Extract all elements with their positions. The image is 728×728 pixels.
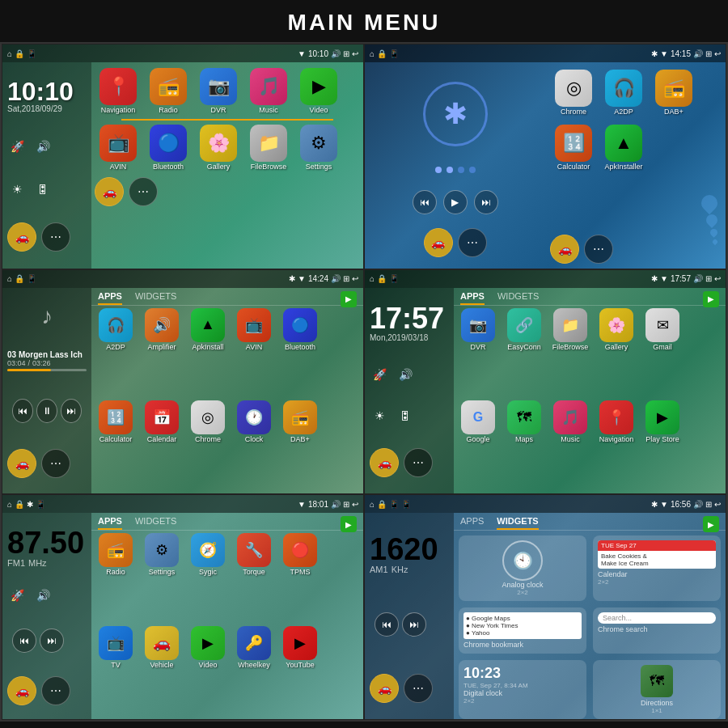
app-video[interactable]: ▶ Video	[295, 68, 342, 115]
speaker-icon-5[interactable]: 🔊	[33, 586, 53, 605]
prev-btn-5[interactable]: ⏮	[12, 629, 36, 653]
equalizer-icon[interactable]: 🎛	[33, 180, 53, 199]
app-gallery-4[interactable]: 🌸 Gallery	[595, 308, 638, 399]
tab-apps-5[interactable]: APPS	[98, 516, 122, 530]
widget-analog-clock[interactable]: 🕙 Analog clock 2×2	[459, 535, 586, 601]
tab-apps-3[interactable]: APPS	[98, 291, 122, 305]
play-store-btn-3[interactable]: ▶	[341, 291, 357, 307]
back-icon-2[interactable]: ↩	[714, 49, 721, 58]
next-btn-5[interactable]: ⏭	[40, 629, 64, 653]
dots-btn-7[interactable]: ⋯	[41, 676, 70, 705]
app-maps-4[interactable]: 🗺 Maps	[502, 400, 546, 491]
home-icon-5[interactable]: ⌂	[7, 500, 12, 509]
home-icon-4[interactable]: ⌂	[370, 274, 375, 283]
app-dvr-4[interactable]: 📷 DVR	[456, 308, 500, 399]
vol-icon-6[interactable]: 🔊	[693, 500, 703, 509]
app-settings-5[interactable]: ⚙ Settings	[140, 533, 184, 624]
app-filebrowse[interactable]: 📁 FileBrowse	[245, 125, 292, 171]
app-gmail-4[interactable]: ✉ Gmail	[641, 308, 684, 399]
dots-btn-6[interactable]: ⋯	[404, 448, 433, 477]
brightness-icon-4[interactable]: ☀	[370, 406, 389, 425]
app-tpms-5[interactable]: 🔴 TPMS	[278, 533, 322, 624]
widget-digital-clock[interactable]: 10:23 TUE, Sep 27, 8:34 AM Digital clock…	[459, 660, 586, 719]
prev-btn-6[interactable]: ⏮	[375, 612, 399, 637]
play-btn-3[interactable]: ⏸	[36, 399, 57, 423]
vol-icon-4[interactable]: 🔊	[693, 274, 703, 283]
dots-btn-1[interactable]: ⋯	[41, 222, 70, 252]
app-dab-3[interactable]: 📻 DAB+	[278, 400, 322, 491]
play-store-btn-4[interactable]: ▶	[703, 291, 719, 307]
car-btn-2[interactable]: 🚗	[95, 177, 124, 206]
tab-widgets-3[interactable]: WIDGETS	[135, 291, 176, 305]
tab-apps-6[interactable]: APPS	[460, 516, 484, 530]
app-nav-4[interactable]: 📍 Navigation	[595, 400, 638, 491]
app-settings[interactable]: ⚙ Settings	[295, 125, 342, 171]
speaker-icon[interactable]: 🔊	[33, 137, 53, 156]
app-a2dp-2[interactable]: 🎧 A2DP	[600, 70, 647, 116]
app-torque-5[interactable]: 🔧 Torque	[232, 533, 276, 624]
app-clock-3[interactable]: 🕐 Clock	[232, 400, 276, 491]
dots-btn-5[interactable]: ⋯	[41, 449, 70, 478]
next-btn-6[interactable]: ⏭	[402, 612, 426, 637]
rocket-icon-5[interactable]: 🚀	[7, 586, 27, 605]
car-btn-8[interactable]: 🚗	[370, 674, 399, 703]
app-vehicle-5[interactable]: 🚗 Vehicle	[140, 626, 184, 717]
home-icon-6[interactable]: ⌂	[370, 500, 375, 509]
app-dvr[interactable]: 📷 DVR	[195, 68, 242, 115]
rocket-icon[interactable]: 🚀	[7, 137, 27, 156]
app-radio[interactable]: 📻 Radio	[145, 68, 192, 115]
app-sygic-5[interactable]: 🧭 Sygic	[186, 533, 230, 624]
app-tv-5[interactable]: 📺 TV	[94, 626, 138, 717]
app-filebrowse-4[interactable]: 📁 FileBrowse	[548, 308, 592, 399]
widget-chrome-bookmark[interactable]: ● Google Maps ● New York Times ● Yahoo C…	[459, 607, 586, 654]
app-dab[interactable]: 📻 DAB+	[650, 70, 697, 116]
app-amplifier-3[interactable]: 🔊 Amplifier	[140, 308, 184, 399]
car-btn-5[interactable]: 🚗	[7, 449, 36, 478]
app-calendar-3[interactable]: 📅 Calendar	[140, 400, 184, 491]
app-google-4[interactable]: G Google	[456, 400, 500, 491]
back-icon-3[interactable]: ↩	[352, 274, 358, 283]
prev-btn-2[interactable]: ⏮	[413, 190, 437, 214]
car-btn-3[interactable]: 🚗	[424, 228, 453, 257]
app-avin[interactable]: 📺 AVIN	[95, 125, 142, 171]
app-gallery[interactable]: 🌸 Gallery	[195, 125, 242, 171]
widget-calendar[interactable]: TUE Sep 27 Bake Cookies &Make Ice Cream …	[593, 535, 721, 601]
app-radio-5[interactable]: 📻 Radio	[94, 533, 138, 624]
app-easyconn-4[interactable]: 🔗 EasyConn	[502, 308, 546, 399]
app-avin-3[interactable]: 📺 AVIN	[232, 308, 276, 399]
play-store-btn-6[interactable]: ▶	[703, 516, 719, 532]
app-navigation[interactable]: 📍 Navigation	[95, 68, 142, 115]
app-calc-3[interactable]: 🔢 Calculator	[94, 400, 138, 491]
car-btn-6[interactable]: 🚗	[370, 448, 399, 477]
dots-btn-8[interactable]: ⋯	[404, 674, 433, 703]
home-icon-2[interactable]: ⌂	[370, 49, 375, 58]
vol-icon-5[interactable]: 🔊	[331, 500, 341, 509]
play-btn-2[interactable]: ▶	[443, 190, 468, 214]
app-bluetooth-3[interactable]: 🔵 Bluetooth	[278, 308, 322, 399]
home-icon-1[interactable]: ⌂	[7, 49, 12, 58]
app-apk-2[interactable]: ▲ ApkInstaller	[600, 125, 647, 171]
brightness-icon[interactable]: ☀	[7, 180, 27, 199]
app-wheelkey-5[interactable]: 🔑 Wheelkey	[232, 626, 276, 717]
app-bluetooth[interactable]: 🔵 Bluetooth	[145, 125, 192, 171]
app-a2dp-3[interactable]: 🎧 A2DP	[94, 308, 138, 399]
widget-chrome-search[interactable]: Search... Chrome search	[593, 607, 721, 654]
app-calc-2[interactable]: 🔢 Calculator	[550, 125, 597, 171]
app-youtube-5[interactable]: ▶ YouTube	[278, 626, 322, 717]
play-store-btn-5[interactable]: ▶	[341, 516, 357, 532]
tab-widgets-4[interactable]: WIDGETS	[497, 291, 539, 305]
app-music[interactable]: 🎵 Music	[245, 68, 292, 115]
app-chrome-3[interactable]: ◎ Chrome	[186, 400, 230, 491]
app-apk-3[interactable]: ▲ ApkInstall	[186, 308, 230, 399]
app-video-5[interactable]: ▶ Video	[186, 626, 230, 717]
tab-widgets-6[interactable]: WIDGETS	[497, 516, 538, 530]
rocket-icon-4[interactable]: 🚀	[370, 365, 389, 384]
home-icon-3[interactable]: ⌂	[7, 274, 12, 283]
car-btn-1[interactable]: 🚗	[7, 222, 36, 252]
next-btn-2[interactable]: ⏭	[474, 190, 498, 214]
tab-apps-4[interactable]: APPS	[460, 291, 485, 305]
vol-icon-2[interactable]: 🔊	[693, 49, 703, 58]
vol-icon-3[interactable]: 🔊	[331, 274, 341, 283]
car-btn-4[interactable]: 🚗	[550, 235, 579, 264]
equalizer-icon-4[interactable]: 🎛	[396, 406, 415, 425]
